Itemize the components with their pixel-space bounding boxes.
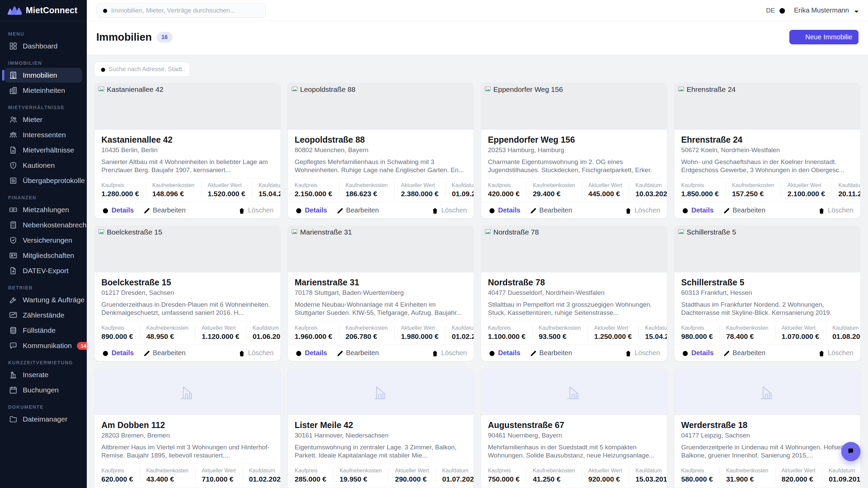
sidebar-item-bergabeprotokolle[interactable]: Übergabeprotokolle: [5, 173, 82, 188]
trash-icon: [624, 207, 631, 214]
property-card-body: Leopoldstraße 88 80802 Muenchen, Bayern …: [288, 130, 474, 202]
trash-icon: [624, 349, 631, 357]
sidebar-item-dateimanager[interactable]: Dateimanager: [5, 412, 82, 427]
stat-label-aktueller-wert: Aktueller Wert: [401, 325, 438, 331]
sidebar-item-mietzahlungen[interactable]: Mietzahlungen: [5, 202, 82, 217]
eye-icon: [101, 349, 108, 357]
stat-value-kaufdatum: 01.08.2019: [832, 332, 861, 341]
trash-icon: [238, 349, 245, 357]
property-address: 01217 Dresden, Sachsen: [101, 289, 274, 297]
stat-label-kaufdatum: Kaufdatum: [645, 325, 667, 331]
stat-label-kaufnebenkosten: Kaufnebenkosten: [152, 182, 195, 189]
sidebar-item-kommunikation[interactable]: Kommunikation 14: [5, 338, 82, 353]
stat-label-kaufpreis: Kaufpreis: [101, 182, 139, 189]
edit-button[interactable]: Bearbeiten: [336, 349, 379, 357]
sidebar-item-wartung-auftr-ge[interactable]: Wartung & Aufträge: [5, 292, 82, 307]
property-card: Leopoldstraße 88 Leopoldstraße 88 80802 …: [288, 83, 474, 219]
stat-label-aktueller-wert: Aktueller Wert: [782, 467, 815, 474]
sidebar-item-nebenkostenabrechnung[interactable]: Nebenkostenabrechnung: [5, 218, 82, 232]
details-button[interactable]: Details: [295, 349, 327, 357]
property-filter-search[interactable]: [94, 62, 190, 77]
brand[interactable]: MietConnect: [0, 0, 87, 21]
sidebar-item-mietverh-ltnisse[interactable]: Mietverhältnisse: [5, 143, 82, 158]
property-card-body: Nordstraße 78 40477 Duesseldorf, Nordrhe…: [481, 272, 667, 345]
pencil-icon: [336, 207, 343, 214]
delete-button[interactable]: Löschen: [431, 349, 467, 357]
details-button[interactable]: Details: [101, 206, 134, 214]
edit-button[interactable]: Bearbeiten: [529, 206, 572, 214]
sidebar-item-mieteinheiten[interactable]: Mieteinheiten: [5, 83, 82, 98]
plus-icon: [795, 34, 802, 40]
sidebar-item-label: Kommunikation: [23, 342, 72, 350]
sidebar-item-interessenten[interactable]: Interessenten: [5, 127, 82, 142]
edit-button[interactable]: Bearbeiten: [723, 349, 766, 357]
property-card-body: Lister Meile 42 30161 Hannover, Niedersa…: [288, 415, 474, 487]
stat-value-kaufpreis: 620.000 €: [101, 475, 133, 483]
edit-button[interactable]: Bearbeiten: [336, 206, 379, 214]
building-placeholder-icon: [370, 381, 392, 403]
property-count-badge: 16: [157, 32, 173, 43]
eye-icon: [295, 207, 302, 214]
details-button[interactable]: Details: [681, 349, 714, 357]
stat-value-kaufpreis: 1.280.000 €: [101, 190, 139, 198]
edit-button[interactable]: Bearbeiten: [143, 206, 186, 214]
eye-icon: [295, 349, 302, 357]
sidebar-item-kautionen[interactable]: Kautionen: [5, 158, 82, 173]
pencil-icon: [143, 349, 150, 357]
property-filter-input[interactable]: [108, 66, 185, 73]
stat-value-aktueller-wert: 1.120.000 €: [202, 332, 239, 341]
details-button[interactable]: Details: [681, 206, 714, 214]
stat-value-aktueller-wert: 2.100.000 €: [787, 190, 825, 198]
search-icon: [101, 7, 108, 14]
details-button[interactable]: Details: [488, 349, 520, 357]
stat-value-kaufpreis: 980.000 €: [681, 332, 713, 341]
sidebar-item-buchungen[interactable]: Buchungen: [5, 383, 82, 398]
sidebar-item-inserate[interactable]: Inserate: [5, 367, 82, 382]
property-title: Schillerstraße 5: [681, 277, 853, 287]
sidebar-item-datev-export[interactable]: DATEV-Export: [5, 263, 82, 278]
sidebar-item-z-hlerst-nde[interactable]: Zählerstände: [5, 308, 82, 323]
details-button[interactable]: Details: [488, 206, 520, 214]
chat-fab-button[interactable]: [841, 442, 861, 461]
details-button[interactable]: Details: [101, 349, 134, 357]
edit-button[interactable]: Bearbeiten: [143, 349, 186, 357]
sidebar-item-immobilien[interactable]: Immobilien: [5, 68, 82, 83]
delete-button[interactable]: Löschen: [817, 206, 853, 214]
stat-label-aktueller-wert: Aktueller Wert: [782, 325, 819, 331]
property-address: 70178 Stuttgart, Baden-Wuerttemberg: [295, 289, 467, 297]
meter-icon: [9, 311, 18, 320]
stat-label-kaufnebenkosten: Kaufnebenkosten: [533, 182, 575, 189]
delete-button[interactable]: Löschen: [238, 349, 274, 357]
broken-image-icon: [291, 85, 298, 93]
sidebar-item-f-llst-nde[interactable]: Füllstände: [5, 323, 82, 338]
stat-value-kaufnebenkosten: 148.096 €: [152, 190, 195, 198]
sidebar-item-mitgliedschaften[interactable]: Mitgliedschaften: [5, 248, 82, 263]
property-stats: Kaufpreis 420.000 € Kaufnebenkosten 29.4…: [488, 178, 660, 202]
sidebar-item-label: Mitgliedschaften: [23, 251, 74, 260]
language-switch[interactable]: DE: [766, 7, 785, 14]
new-property-button[interactable]: Neue Immobilie: [789, 30, 859, 44]
user-menu[interactable]: Erika Mustermann: [794, 6, 859, 14]
property-address: 28203 Bremen, Bremen: [101, 431, 274, 440]
property-card-body: Kastanienallee 42 10435 Berlin, Berlin S…: [95, 130, 280, 202]
global-search-input[interactable]: [111, 7, 261, 14]
sidebar-item-mieter[interactable]: Mieter: [5, 112, 82, 127]
details-button[interactable]: Details: [295, 206, 327, 214]
stat-value-kaufdatum: 15.04.2019: [258, 190, 281, 198]
delete-button[interactable]: Löschen: [624, 206, 660, 214]
property-title: Boelckestraße 15: [101, 277, 274, 287]
property-description: Gruenderzeithaus in Dresden-Plauen mit 6…: [101, 301, 274, 317]
sidebar-item-dashboard[interactable]: Dashboard: [5, 39, 82, 54]
nav-section-label: FINANZEN: [8, 195, 79, 200]
stat-label-aktueller-wert: Aktueller Wert: [594, 325, 632, 331]
delete-button[interactable]: Löschen: [624, 349, 660, 357]
chat-icon: [9, 341, 18, 350]
global-search[interactable]: [96, 3, 266, 18]
sidebar-item-versicherungen[interactable]: Versicherungen: [5, 233, 82, 248]
delete-button[interactable]: Löschen: [817, 349, 853, 357]
delete-button[interactable]: Löschen: [431, 206, 467, 214]
delete-button[interactable]: Löschen: [238, 206, 274, 214]
edit-button[interactable]: Bearbeiten: [723, 206, 766, 214]
edit-button[interactable]: Bearbeiten: [529, 349, 572, 357]
property-description: Gruenderzeitperle in Lindenau mit 4 Wohn…: [681, 443, 853, 460]
